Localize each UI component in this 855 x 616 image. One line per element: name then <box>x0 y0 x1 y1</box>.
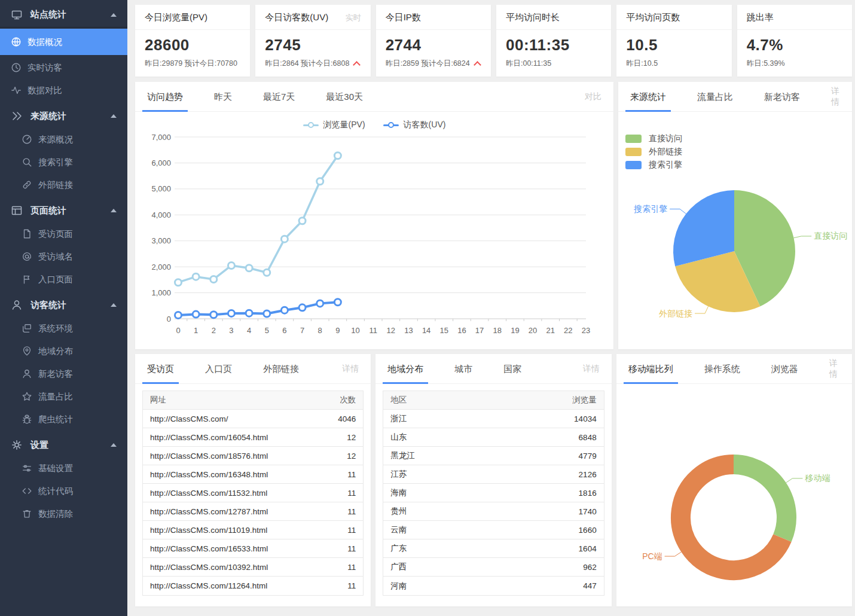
stat-card-head: 平均访问时长 <box>496 5 611 30</box>
tab-entry-pages[interactable]: 入口页 <box>205 354 232 384</box>
sidebar-item-data-overview[interactable]: 数据概况 <box>0 29 127 55</box>
trend-line-chart: 01,0002,0003,0004,0005,0006,0007,0000123… <box>135 133 613 341</box>
sidebar-item-data-compare[interactable]: 数据对比 <box>0 79 127 102</box>
bottom-row: 受访页 入口页 外部链接 详情 网址次数http://ClassCMS.com/… <box>135 354 852 606</box>
svg-text:搜索引擎: 搜索引擎 <box>633 204 667 214</box>
tab-last-30-days[interactable]: 最近30天 <box>326 82 363 112</box>
svg-text:3,000: 3,000 <box>151 236 171 245</box>
sidebar-item-visited-pages[interactable]: 受访页面 <box>0 222 127 245</box>
table-row: 广东1604 <box>383 539 603 558</box>
legend-item-uv[interactable]: 访客数(UV) <box>383 120 446 130</box>
table-header-row: 地区浏览量 <box>383 391 603 410</box>
table-row: http://ClassCMS.com/18576.html12 <box>143 447 363 465</box>
sidebar-item-traffic-share[interactable]: 流量占比 <box>0 385 127 408</box>
sidebar-item-new-old-visitors[interactable]: 新老访客 <box>0 362 127 385</box>
tab-yesterday[interactable]: 昨天 <box>214 82 232 112</box>
legend-pv-label: 浏览量(PV) <box>323 120 365 130</box>
app-root: 站点统计数据概况实时访客数据对比来源统计来源概况搜索引擎外部链接页面统计受访页面… <box>0 0 855 616</box>
sidebar-item-tracking-code[interactable]: 统计代码 <box>0 480 127 502</box>
tab-source-stats[interactable]: 来源统计 <box>630 82 666 112</box>
sidebar-item-crawler-stats[interactable]: 爬虫统计 <box>0 408 127 431</box>
sidebar-item-search-engine[interactable]: 搜索引擎 <box>0 151 127 173</box>
svg-text:5,000: 5,000 <box>151 184 171 193</box>
stat-card-footer-text: 昨日:29879 预计今日:70780 <box>145 59 237 69</box>
source-detail-link[interactable]: 详情 <box>831 86 840 108</box>
svg-text:8: 8 <box>318 326 322 335</box>
legend-item-pv[interactable]: 浏览量(PV) <box>303 120 365 130</box>
tab-region-distribution[interactable]: 地域分布 <box>387 354 423 384</box>
tab-visit-trend[interactable]: 访问趋势 <box>147 82 183 112</box>
svg-text:5: 5 <box>265 326 269 335</box>
sidebar-item-entry-pages[interactable]: 入口页面 <box>0 268 127 291</box>
link-icon <box>22 179 32 190</box>
tab-mobile-ratio[interactable]: 移动端比列 <box>628 354 673 384</box>
tab-last-7-days[interactable]: 最近7天 <box>263 82 295 112</box>
tab-traffic-share[interactable]: 流量占比 <box>697 82 733 112</box>
compare-link[interactable]: 对比 <box>585 92 601 102</box>
trash-icon <box>22 508 32 519</box>
sidebar-item-label: 系统环境 <box>38 323 73 334</box>
tab-country[interactable]: 国家 <box>503 354 521 384</box>
table-cell-value: 11 <box>347 563 356 572</box>
svg-text:0: 0 <box>176 326 180 335</box>
sidebar-item-label: 入口页面 <box>38 274 73 285</box>
sidebar-item-label: 受访域名 <box>38 251 73 263</box>
table-cell-key: 山东 <box>390 432 407 443</box>
source-legend-item[interactable]: 直接访问 <box>625 132 852 145</box>
table-cell-key: http://ClassCMS.com/11264.html <box>150 581 267 590</box>
table-cell-value: 962 <box>583 563 597 572</box>
stat-card-title: 跳出率 <box>747 12 774 23</box>
layers-icon <box>22 323 32 334</box>
table-cell-key: http://ClassCMS.com/16533.html <box>150 544 268 553</box>
globe-icon <box>11 36 22 47</box>
stat-card-footer: 昨日:00:11:35 <box>496 56 611 72</box>
tab-new-old-visitors[interactable]: 新老访客 <box>764 82 800 112</box>
legend-swatch-icon <box>625 135 642 143</box>
pin-icon <box>22 346 32 356</box>
stat-card-head: 平均访问页数 <box>616 5 731 30</box>
sidebar-group-source-stats[interactable]: 来源统计 <box>0 104 127 128</box>
sidebar: 站点统计数据概况实时访客数据对比来源统计来源概况搜索引擎外部链接页面统计受访页面… <box>0 0 127 616</box>
table-row: http://ClassCMS.com/11532.html11 <box>143 484 363 502</box>
tab-visited-pages[interactable]: 受访页 <box>147 354 174 384</box>
table-cell-key: 海南 <box>390 487 407 498</box>
svg-text:2,000: 2,000 <box>151 263 171 272</box>
source-legend-item[interactable]: 搜索引擎 <box>625 158 852 172</box>
stat-card-pv: 今日浏览量(PV)28600昨日:29879 预计今日:70780 <box>135 5 250 77</box>
table-header-value: 浏览量 <box>572 395 597 405</box>
legend-swatch-icon <box>625 161 642 169</box>
sidebar-item-system-env[interactable]: 系统环境 <box>0 317 127 340</box>
svg-text:23: 23 <box>582 326 590 335</box>
table-cell-value: 1660 <box>579 526 597 535</box>
region-table: 地区浏览量浙江14034山东6848黑龙江4779江苏2126海南1816贵州1… <box>383 391 604 596</box>
flag-icon <box>22 274 32 285</box>
sidebar-group-visitor-stats[interactable]: 访客统计 <box>0 293 127 317</box>
sidebar-group-settings[interactable]: 设置 <box>0 433 127 457</box>
legend-uv-label: 访客数(UV) <box>404 120 446 130</box>
table-cell-value: 2126 <box>579 470 597 479</box>
tab-operating-system[interactable]: 操作系统 <box>704 354 740 384</box>
sidebar-item-data-clear[interactable]: 数据清除 <box>0 502 127 525</box>
stat-card-bounce-rate: 跳出率4.7%昨日:5.39% <box>737 5 852 77</box>
uv-line-marker-icon <box>383 124 399 126</box>
trend-panel: 访问趋势 昨天 最近7天 最近30天 对比 浏览量(PV) 访客数(UV) <box>135 82 613 349</box>
tab-browser[interactable]: 浏览器 <box>771 354 798 384</box>
sidebar-group-page-stats[interactable]: 页面统计 <box>0 199 127 222</box>
sidebar-item-region-distribution[interactable]: 地域分布 <box>0 340 127 362</box>
sidebar-item-external-links[interactable]: 外部链接 <box>0 173 127 196</box>
tab-city[interactable]: 城市 <box>454 354 472 384</box>
svg-text:18: 18 <box>493 326 502 335</box>
collapse-caret-icon <box>111 13 117 17</box>
sidebar-item-source-overview[interactable]: 来源概况 <box>0 128 127 151</box>
source-panel-tabs: 来源统计 流量占比 新老访客 详情 <box>618 82 852 112</box>
rise-arrow-icon <box>353 61 361 69</box>
sidebar-item-basic-settings[interactable]: 基础设置 <box>0 457 127 480</box>
visited-detail-link[interactable]: 详情 <box>342 364 359 374</box>
region-detail-link[interactable]: 详情 <box>583 364 600 374</box>
sidebar-group-site-stats[interactable]: 站点统计 <box>0 2 127 28</box>
device-detail-link[interactable]: 详情 <box>829 358 840 380</box>
source-legend-item[interactable]: 外部链接 <box>625 145 852 158</box>
sidebar-item-realtime-visitors[interactable]: 实时访客 <box>0 56 127 79</box>
sidebar-item-visited-domains[interactable]: 受访域名 <box>0 245 127 268</box>
tab-external-links[interactable]: 外部链接 <box>263 354 299 384</box>
